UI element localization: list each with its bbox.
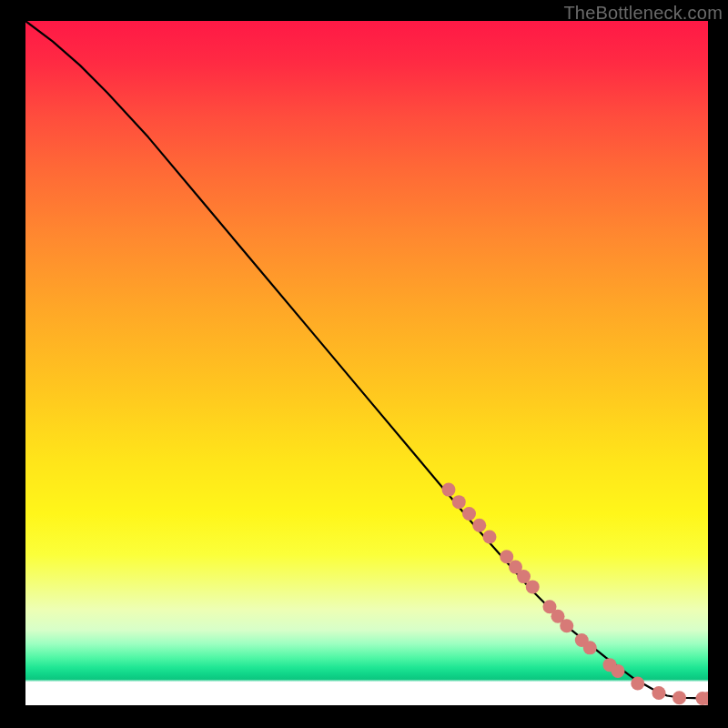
data-point [442, 483, 456, 497]
data-point [652, 686, 666, 700]
data-point [672, 691, 686, 704]
chart-svg [25, 21, 708, 705]
plot-area [25, 21, 708, 705]
data-point [462, 507, 476, 521]
data-point [500, 550, 513, 563]
data-point [583, 641, 597, 654]
chart-root: TheBottleneck.com [0, 0, 728, 728]
data-point [483, 531, 497, 544]
data-points [442, 483, 709, 705]
data-point [472, 519, 486, 532]
data-point [612, 664, 625, 678]
data-point [631, 676, 644, 690]
data-point [452, 495, 466, 509]
data-point [517, 570, 531, 583]
data-point [560, 619, 573, 632]
curve-line [25, 21, 708, 698]
data-point [526, 580, 540, 593]
